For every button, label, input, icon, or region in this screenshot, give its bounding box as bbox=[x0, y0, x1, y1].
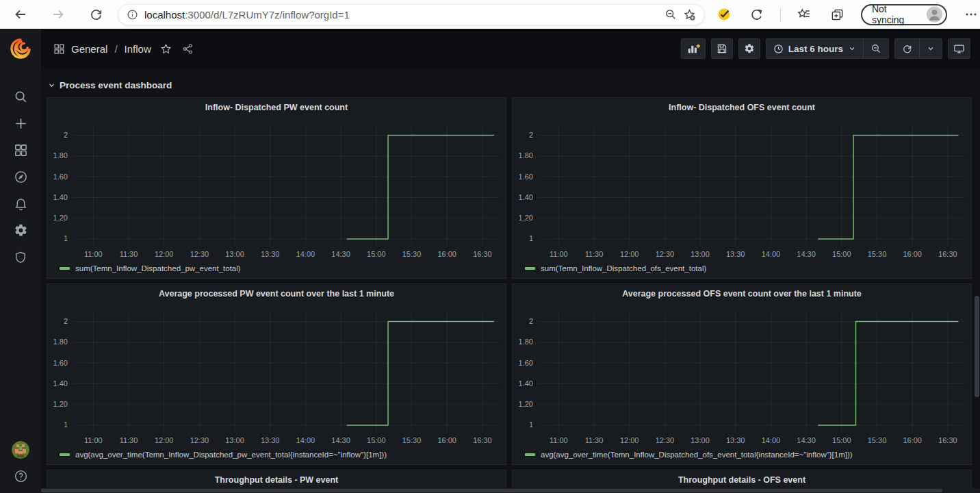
svg-text:16:00: 16:00 bbox=[903, 436, 922, 444]
svg-text:1.20: 1.20 bbox=[53, 400, 68, 408]
svg-text:2: 2 bbox=[529, 131, 533, 139]
panel-grid: Inflow- Dispatched PW event count 11:001… bbox=[41, 92, 980, 465]
profile-sync-label: Not syncing bbox=[872, 3, 920, 25]
dashboard-toolbar: Last 6 hours bbox=[681, 38, 970, 59]
panel-title[interactable]: Throughput details - PW event bbox=[47, 470, 506, 490]
breadcrumb-folder[interactable]: General bbox=[71, 43, 107, 55]
dashboards-icon[interactable] bbox=[8, 137, 34, 164]
browser-menu-icon[interactable] bbox=[962, 5, 980, 24]
svg-text:12:00: 12:00 bbox=[155, 436, 174, 444]
row-header-title: Process event dashboard bbox=[60, 80, 172, 90]
horizontal-scrollbar bbox=[41, 488, 980, 493]
save-dashboard-button[interactable] bbox=[711, 38, 733, 59]
horizontal-scrollbar-thumb[interactable] bbox=[41, 489, 942, 492]
panel-title[interactable]: Throughput details - OFS event bbox=[513, 470, 971, 490]
panel-title-text: Throughput details - PW event bbox=[215, 475, 339, 485]
svg-text:16:30: 16:30 bbox=[938, 436, 957, 444]
panel-title[interactable]: Inflow- Dispatched PW event count bbox=[47, 98, 506, 117]
legend-swatch-icon bbox=[60, 267, 70, 270]
vertical-scrollbar-thumb[interactable] bbox=[975, 296, 979, 397]
dashboard-settings-button[interactable] bbox=[738, 38, 760, 59]
legend-swatch-icon bbox=[525, 267, 535, 270]
svg-text:13:30: 13:30 bbox=[261, 250, 280, 258]
svg-text:1.20: 1.20 bbox=[53, 214, 68, 222]
svg-text:1.80: 1.80 bbox=[519, 338, 533, 346]
grafana-logo-icon[interactable] bbox=[9, 37, 32, 60]
user-avatar[interactable] bbox=[12, 441, 29, 459]
svg-text:14:00: 14:00 bbox=[762, 250, 781, 258]
breadcrumb-title[interactable]: Inflow bbox=[125, 43, 151, 55]
svg-text:13:30: 13:30 bbox=[726, 436, 745, 444]
panel-legend-item[interactable]: avg(avg_over_time(Temn_Inflow_Dispatched… bbox=[47, 448, 506, 464]
svg-text:13:00: 13:00 bbox=[691, 250, 710, 258]
server-admin-shield-icon[interactable] bbox=[8, 244, 34, 270]
chevron-down-icon bbox=[48, 81, 55, 89]
profile-avatar-icon bbox=[926, 5, 943, 23]
svg-text:11:30: 11:30 bbox=[585, 436, 604, 444]
svg-text:2: 2 bbox=[64, 317, 68, 325]
url-text[interactable]: localhost:3000/d/L7zRUmY7z/inflow?orgId=… bbox=[144, 9, 662, 21]
panel-legend-item[interactable]: sum(Temn_Inflow_Dispatched_pw_event_tota… bbox=[47, 262, 506, 278]
panel-title[interactable]: Average processed PW event count over th… bbox=[47, 284, 506, 303]
panel-legend-item[interactable]: avg(avg_over_time(Temn_Inflow_Dispatched… bbox=[513, 448, 971, 464]
svg-text:11:30: 11:30 bbox=[585, 250, 604, 258]
panel-legend-item[interactable]: sum(Temn_Inflow_Dispatched_ofs_event_tot… bbox=[513, 262, 971, 278]
zoom-out-time-button[interactable] bbox=[863, 39, 888, 58]
svg-text:14:30: 14:30 bbox=[797, 250, 816, 258]
url-bar[interactable]: localhost:3000/d/L7zRUmY7z/inflow?orgId=… bbox=[118, 4, 705, 25]
profile-sync-button[interactable]: Not syncing bbox=[861, 4, 947, 25]
chevron-down-icon bbox=[927, 45, 935, 53]
create-plus-icon[interactable] bbox=[8, 110, 34, 137]
norton-extension-icon[interactable] bbox=[714, 5, 733, 24]
favorite-star-icon[interactable] bbox=[160, 43, 172, 55]
svg-text:16:30: 16:30 bbox=[938, 250, 957, 258]
collections-icon[interactable] bbox=[828, 5, 847, 24]
svg-text:1.60: 1.60 bbox=[519, 173, 533, 181]
svg-text:12:30: 12:30 bbox=[190, 436, 209, 444]
toolbar-divider bbox=[780, 8, 781, 21]
search-icon[interactable] bbox=[8, 84, 34, 110]
refresh-interval-dropdown[interactable] bbox=[919, 39, 942, 58]
apps-grid-icon[interactable] bbox=[53, 43, 65, 55]
sidebar bbox=[0, 29, 41, 493]
kiosk-mode-button[interactable] bbox=[948, 38, 970, 59]
dashboard-row-header[interactable]: Process event dashboard bbox=[48, 78, 980, 92]
time-range-picker[interactable]: Last 6 hours bbox=[766, 39, 863, 58]
svg-text:1.80: 1.80 bbox=[53, 338, 68, 346]
svg-text:14:00: 14:00 bbox=[296, 250, 315, 258]
share-icon[interactable] bbox=[182, 43, 194, 55]
svg-text:11:00: 11:00 bbox=[84, 436, 103, 444]
svg-text:2: 2 bbox=[529, 317, 533, 325]
zoom-out-icon bbox=[871, 43, 881, 54]
svg-text:1.40: 1.40 bbox=[519, 193, 533, 201]
svg-text:16:30: 16:30 bbox=[473, 250, 492, 258]
refresh-icon[interactable] bbox=[86, 5, 105, 24]
site-info-icon[interactable] bbox=[127, 9, 138, 21]
svg-text:1: 1 bbox=[529, 420, 533, 429]
extension-icon[interactable] bbox=[747, 5, 766, 24]
svg-text:15:00: 15:00 bbox=[832, 250, 851, 258]
add-favorite-icon[interactable] bbox=[680, 5, 699, 24]
svg-text:15:30: 15:30 bbox=[402, 436, 422, 444]
panel-title-text: Average processed PW event count over th… bbox=[159, 289, 394, 299]
refresh-dashboard-button[interactable] bbox=[895, 39, 919, 58]
zoom-out-page-icon[interactable] bbox=[662, 5, 680, 24]
svg-text:11:00: 11:00 bbox=[550, 250, 568, 258]
panel-title-text: Average processed OFS event count over t… bbox=[622, 289, 862, 299]
favorites-icon[interactable] bbox=[795, 5, 814, 24]
refresh-controls bbox=[894, 38, 942, 59]
configuration-gear-icon[interactable] bbox=[8, 217, 34, 244]
settings-gear-icon bbox=[744, 43, 755, 54]
panel-title[interactable]: Inflow- Dispatched OFS event count bbox=[513, 98, 971, 117]
svg-text:12:30: 12:30 bbox=[656, 250, 675, 258]
panel-title[interactable]: Average processed OFS event count over t… bbox=[513, 284, 971, 303]
help-icon[interactable] bbox=[8, 469, 34, 483]
back-icon[interactable] bbox=[11, 5, 30, 24]
svg-text:13:30: 13:30 bbox=[726, 250, 745, 258]
svg-text:1.60: 1.60 bbox=[519, 359, 533, 367]
svg-text:15:00: 15:00 bbox=[367, 250, 386, 258]
add-panel-button[interactable] bbox=[681, 38, 706, 59]
svg-text:15:30: 15:30 bbox=[868, 250, 887, 258]
alerting-bell-icon[interactable] bbox=[8, 190, 34, 217]
explore-compass-icon[interactable] bbox=[8, 164, 34, 190]
